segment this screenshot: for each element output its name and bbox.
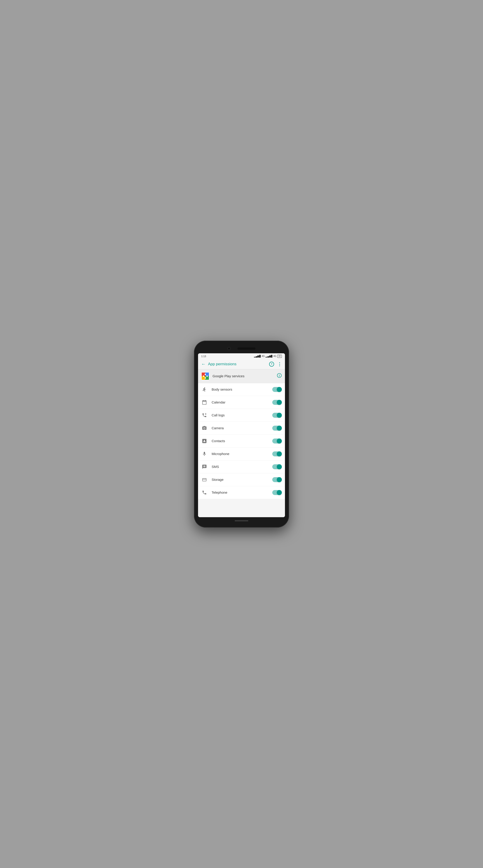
- svg-rect-16: [203, 478, 206, 481]
- status-bar: 1:13 ▂▄▆█ 4G ▂▄▆█ 4G 77: [198, 353, 285, 359]
- svg-point-7: [206, 375, 208, 377]
- list-item[interactable]: Body sensors: [198, 383, 285, 396]
- signal-label-2: 4G: [274, 355, 276, 358]
- status-time: 1:13: [201, 355, 206, 358]
- telephone-icon: [201, 489, 207, 496]
- camera-toggle[interactable]: [272, 426, 282, 431]
- list-item[interactable]: Camera: [198, 422, 285, 435]
- microphone-toggle[interactable]: [272, 452, 282, 456]
- contacts-label: Contacts: [211, 439, 272, 443]
- body-sensors-label: Body sensors: [211, 388, 272, 391]
- help-button[interactable]: ?: [269, 362, 274, 367]
- contacts-toggle[interactable]: [272, 438, 282, 443]
- svg-point-8: [205, 377, 206, 379]
- phone-screen: 1:13 ▂▄▆█ 4G ▂▄▆█ 4G 77 ← App permission…: [198, 353, 285, 517]
- svg-point-6: [203, 375, 204, 377]
- status-right: ▂▄▆█ 4G ▂▄▆█ 4G 77: [254, 355, 282, 358]
- list-item[interactable]: Telephone: [198, 486, 285, 499]
- calendar-label: Calendar: [211, 400, 272, 404]
- phone-top-bar: [198, 347, 285, 350]
- empty-space: [198, 499, 285, 517]
- signal-icon-2: ▂▄▆█: [265, 355, 272, 358]
- speaker: [237, 347, 256, 350]
- contacts-icon: [201, 438, 207, 444]
- storage-label: Storage: [211, 477, 272, 482]
- app-icon: [201, 372, 209, 380]
- sms-toggle[interactable]: [272, 464, 282, 469]
- body-sensors-icon: [201, 386, 207, 393]
- sms-icon: [201, 464, 207, 470]
- list-item[interactable]: Contacts: [198, 435, 285, 447]
- list-item[interactable]: Call logs: [198, 409, 285, 422]
- signal-icon-1: ▂▄▆█: [254, 355, 261, 358]
- signal-label-1: 4G: [262, 355, 264, 358]
- battery-display: 77: [277, 355, 282, 358]
- camera-icon: [201, 425, 207, 431]
- list-item[interactable]: Microphone: [198, 447, 285, 460]
- sms-label: SMS: [211, 465, 272, 469]
- permission-list: Body sensors Calendar: [198, 383, 285, 499]
- phone-bottom: [198, 520, 285, 521]
- home-indicator: [235, 520, 248, 521]
- storage-icon: [201, 476, 207, 483]
- phone-outer: 1:13 ▂▄▆█ 4G ▂▄▆█ 4G 77 ← App permission…: [194, 341, 289, 528]
- call-logs-toggle[interactable]: [272, 413, 282, 418]
- telephone-label: Telephone: [211, 491, 272, 494]
- calendar-icon: [201, 399, 207, 405]
- front-camera: [227, 347, 231, 350]
- more-button[interactable]: ⋮: [277, 362, 282, 367]
- app-bar: ← App permissions ? ⋮: [198, 359, 285, 369]
- back-button[interactable]: ←: [201, 362, 206, 367]
- app-header-row: Google Play services: [198, 369, 285, 383]
- app-bar-icons: ? ⋮: [269, 362, 282, 367]
- info-button[interactable]: [277, 373, 282, 379]
- app-name: Google Play services: [212, 374, 277, 378]
- svg-point-15: [204, 428, 205, 429]
- body-sensors-toggle[interactable]: [272, 387, 282, 392]
- svg-point-5: [205, 374, 206, 375]
- microphone-icon: [201, 451, 207, 457]
- storage-toggle[interactable]: [272, 477, 282, 482]
- call-logs-label: Call logs: [211, 413, 272, 417]
- microphone-label: Microphone: [211, 452, 272, 456]
- list-item[interactable]: SMS: [198, 460, 285, 473]
- page-title: App permissions: [208, 362, 269, 366]
- list-item[interactable]: Storage: [198, 473, 285, 486]
- list-item[interactable]: Calendar: [198, 396, 285, 409]
- calendar-toggle[interactable]: [272, 400, 282, 405]
- telephone-toggle[interactable]: [272, 490, 282, 495]
- call-logs-icon: [201, 412, 207, 418]
- camera-label: Camera: [211, 426, 272, 430]
